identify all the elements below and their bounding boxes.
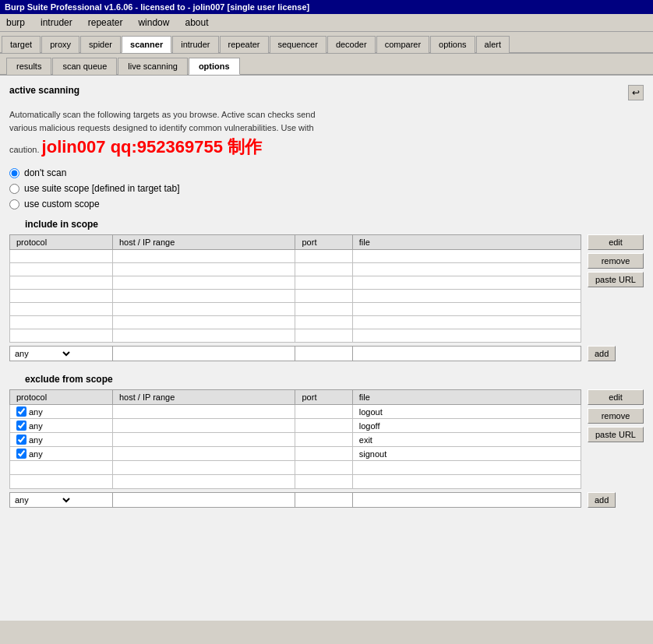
menu-about[interactable]: about	[182, 16, 211, 30]
subtab-options[interactable]: options	[189, 58, 240, 75]
tab-proxy[interactable]: proxy	[41, 36, 79, 53]
include-protocol-dropdown[interactable]: any http https	[10, 347, 72, 361]
exclude-row-1-port	[295, 419, 352, 433]
restore-icon[interactable]: ↩	[628, 85, 644, 100]
exclude-row-2-file: exit	[352, 433, 581, 447]
tab-scanner[interactable]: scanner	[122, 36, 171, 53]
subtab-results[interactable]: results	[6, 58, 51, 75]
exclude-remove-button[interactable]: remove	[588, 408, 644, 424]
exclude-file-input[interactable]	[356, 494, 577, 505]
exclude-row-3: any signout	[10, 447, 581, 461]
include-col-file: file	[352, 235, 581, 250]
exclude-empty-row	[10, 461, 581, 475]
exclude-row-3-file: signout	[352, 447, 581, 461]
exclude-scope-section: exclude from scope protocol host / IP ra…	[9, 374, 644, 508]
include-port-input[interactable]	[298, 348, 348, 359]
exclude-row-1: any logoff	[10, 419, 581, 433]
exclude-scope-label: exclude from scope	[9, 374, 644, 385]
exclude-row-2-host	[112, 433, 295, 447]
menu-burp[interactable]: burp	[3, 16, 28, 30]
exclude-row-3-checkbox[interactable]	[16, 449, 26, 459]
exclude-col-protocol: protocol	[10, 390, 113, 405]
exclude-row-2-protocol-val: any	[29, 435, 43, 445]
include-add-row: any http https add	[9, 346, 644, 361]
exclude-row-3-protocol-val: any	[29, 449, 43, 459]
radio-custom-scope: use custom scope	[9, 199, 644, 209]
exclude-row-0-checkbox[interactable]	[16, 406, 26, 417]
section-title: active scanning	[9, 85, 79, 96]
exclude-host-input[interactable]	[116, 494, 292, 505]
subtab-live-scanning[interactable]: live scanning	[118, 58, 188, 75]
radio-custom-scope-input[interactable]	[9, 199, 19, 209]
radio-group: don't scan use suite scope [defined in t…	[9, 167, 644, 209]
exclude-row-1-checkbox[interactable]	[16, 421, 26, 431]
desc-line3: caution.	[9, 145, 40, 154]
tab-alert[interactable]: alert	[476, 36, 510, 53]
include-host-input[interactable]	[116, 348, 292, 359]
include-scope-table: protocol host / IP range port file	[9, 234, 581, 343]
tab-spider[interactable]: spider	[80, 36, 121, 53]
watermark: jolin007 qq:952369755 制作	[42, 137, 262, 157]
menu-bar: burp intruder repeater window about	[0, 14, 653, 32]
exclude-edit-button[interactable]: edit	[588, 389, 644, 405]
exclude-row-2-checkbox[interactable]	[16, 435, 26, 445]
tab-sequencer[interactable]: sequencer	[270, 36, 326, 53]
include-col-protocol: protocol	[10, 235, 113, 250]
exclude-scope-table: protocol host / IP range port file any l…	[9, 389, 581, 489]
exclude-paste-url-button[interactable]: paste URL	[588, 427, 644, 442]
exclude-row-0-host	[112, 405, 295, 419]
tab-intruder[interactable]: intruder	[172, 36, 218, 53]
exclude-row-0-protocol: any	[10, 405, 113, 419]
include-edit-button[interactable]: edit	[588, 234, 644, 250]
radio-suite-scope-input[interactable]	[9, 184, 19, 194]
exclude-port-input[interactable]	[298, 494, 348, 505]
exclude-row-0-port	[295, 405, 352, 419]
desc-line1: Automatically scan the following targets…	[9, 110, 316, 119]
radio-suite-scope: use suite scope [defined in target tab]	[9, 183, 644, 194]
include-paste-url-button[interactable]: paste URL	[588, 272, 644, 287]
subtab-scan-queue[interactable]: scan queue	[52, 58, 117, 75]
exclude-protocol-dropdown[interactable]: any http https	[10, 493, 72, 507]
radio-dont-scan-label[interactable]: don't scan	[24, 167, 66, 178]
menu-window[interactable]: window	[135, 16, 172, 30]
include-add-button[interactable]: add	[588, 346, 616, 361]
exclude-add-row: any http https add	[9, 492, 644, 508]
tab-decoder[interactable]: decoder	[327, 36, 376, 53]
description-text: Automatically scan the following targets…	[9, 108, 446, 160]
include-remove-button[interactable]: remove	[588, 253, 644, 269]
exclude-row-3-host	[112, 447, 295, 461]
exclude-row-0-file: logout	[352, 405, 581, 419]
radio-dont-scan-input[interactable]	[9, 168, 19, 178]
exclude-row-1-file: logoff	[352, 419, 581, 433]
menu-repeater[interactable]: repeater	[85, 16, 126, 30]
exclude-add-button[interactable]: add	[588, 492, 616, 508]
radio-dont-scan: don't scan	[9, 167, 644, 178]
include-scope-buttons: edit remove paste URL	[588, 234, 644, 287]
exclude-add-row-table: any http https	[9, 492, 581, 508]
title-bar: Burp Suite Professional v1.6.06 - licens…	[0, 0, 653, 14]
include-col-host: host / IP range	[112, 235, 295, 250]
radio-suite-scope-label[interactable]: use suite scope [defined in target tab]	[24, 183, 179, 194]
radio-custom-scope-label[interactable]: use custom scope	[24, 199, 100, 209]
include-file-input[interactable]	[356, 348, 577, 359]
include-add-btn-wrap: add	[588, 346, 644, 361]
include-scope-section: include in scope protocol host / IP rang…	[9, 219, 644, 361]
exclude-empty-row	[10, 475, 581, 489]
tab-comparer[interactable]: comparer	[376, 36, 429, 53]
include-scope-wrapper: protocol host / IP range port file	[9, 234, 644, 343]
tab-repeater[interactable]: repeater	[220, 36, 269, 53]
exclude-row-2-protocol: any	[10, 433, 113, 447]
exclude-row-1-protocol-val: any	[29, 421, 43, 431]
exclude-add-btn-wrap: add	[588, 492, 644, 508]
exclude-row-0-protocol-val: any	[29, 407, 43, 417]
exclude-row-3-port	[295, 447, 352, 461]
title-text: Burp Suite Professional v1.6.06 - licens…	[5, 2, 309, 12]
exclude-row-0: any logout	[10, 405, 581, 419]
main-tabs: target proxy spider scanner intruder rep…	[0, 32, 653, 54]
tab-target[interactable]: target	[2, 36, 41, 53]
menu-intruder[interactable]: intruder	[37, 16, 76, 30]
exclude-scope-buttons: edit remove paste URL	[588, 389, 644, 442]
content-area: active scanning ↩ Automatically scan the…	[0, 76, 653, 621]
tab-options[interactable]: options	[430, 36, 475, 53]
sub-tabs: results scan queue live scanning options	[0, 54, 653, 76]
